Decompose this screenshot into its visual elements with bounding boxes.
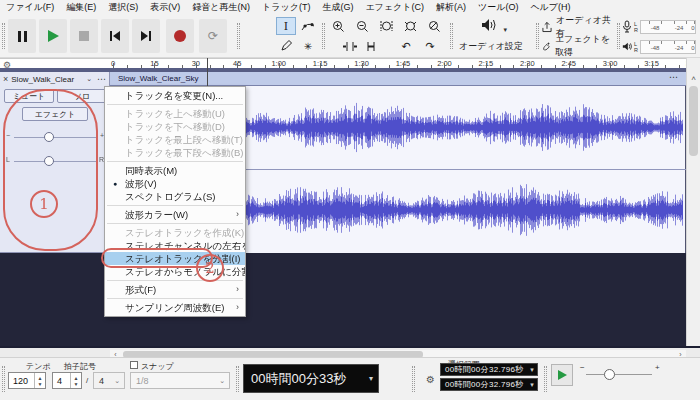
zoom-fit-project-button[interactable] bbox=[400, 17, 420, 35]
zoom-in-icon bbox=[332, 20, 345, 33]
menubar-item[interactable]: 生成(G) bbox=[316, 0, 359, 15]
pause-button[interactable] bbox=[8, 19, 36, 53]
snap-checkbox[interactable] bbox=[130, 361, 138, 369]
loop-button[interactable]: ⟳ bbox=[199, 19, 227, 53]
stop-button[interactable] bbox=[70, 19, 98, 53]
submenu-arrow-icon: › bbox=[236, 283, 239, 296]
annotation-step-1: 1 bbox=[30, 190, 58, 218]
selection-start-display[interactable]: 00時間00分32.796秒 ▾ bbox=[440, 363, 538, 376]
zoom-toggle-button[interactable] bbox=[424, 17, 444, 35]
play-button[interactable] bbox=[39, 19, 67, 53]
bottom-toolbar: テンポ 拍子記号 120 ▲▼ 4 ▲▼ / 4 ⌄ スナップ 1/8 ⌄ 00… bbox=[0, 357, 700, 400]
radio-dot-icon: ● bbox=[113, 177, 117, 190]
playspeed-slider-knob[interactable] bbox=[604, 369, 615, 380]
collapse-track-icon[interactable]: ⌄ bbox=[84, 75, 94, 83]
get-effects-icon bbox=[542, 40, 551, 52]
speed-plus-label: + bbox=[655, 363, 660, 372]
zoom-in-button[interactable] bbox=[328, 17, 348, 35]
toolbar-grip[interactable] bbox=[237, 23, 240, 49]
scroll-up-icon[interactable]: ˄ bbox=[687, 72, 700, 85]
menubar-item[interactable]: エフェクト(C) bbox=[359, 0, 430, 15]
toolbar-grip[interactable] bbox=[2, 23, 5, 49]
context-menu-item[interactable]: ステレオトラックを作成(K) bbox=[105, 226, 245, 239]
context-menu-item[interactable]: サンプリング周波数(E)› bbox=[105, 301, 245, 314]
context-menu-item[interactable]: トラックを最下段へ移動(B) bbox=[105, 146, 245, 159]
menubar-item[interactable]: 録音と再生(N) bbox=[186, 0, 256, 15]
trim-audio-button[interactable] bbox=[340, 37, 360, 55]
snap-value-dropdown[interactable]: 1/8 ⌄ bbox=[130, 372, 230, 389]
context-menu-item[interactable]: トラック名を変更(N)... bbox=[105, 89, 245, 102]
silence-audio-button[interactable] bbox=[361, 37, 381, 55]
play-at-speed-button[interactable] bbox=[551, 364, 573, 386]
menubar-item[interactable]: ファイル(F) bbox=[0, 0, 60, 15]
draw-tool-button[interactable] bbox=[276, 37, 296, 55]
dropdown-caret-icon: ⌄ bbox=[219, 377, 229, 385]
submenu-arrow-icon: › bbox=[236, 301, 239, 314]
get-effects-button[interactable]: エフェクトを取得 bbox=[542, 37, 614, 55]
time-signature-upper-spinbox[interactable]: 4 ▲▼ bbox=[52, 372, 82, 389]
menubar-item[interactable]: 選択(S) bbox=[102, 0, 144, 15]
toolbar-grip[interactable] bbox=[617, 23, 620, 49]
track-name[interactable]: Slow_Walk_Clear bbox=[11, 75, 84, 84]
menubar-item[interactable]: ツール(O) bbox=[472, 0, 524, 15]
undo-button[interactable]: ↶ bbox=[396, 37, 416, 55]
selection-tool-button[interactable]: I bbox=[276, 17, 296, 35]
playspeed-slider[interactable] bbox=[586, 374, 652, 375]
toolbar-grip[interactable] bbox=[2, 366, 5, 392]
menu-separator bbox=[107, 161, 243, 162]
zoom-out-button[interactable] bbox=[352, 17, 372, 35]
spinner-arrows-icon[interactable]: ▲▼ bbox=[34, 373, 45, 388]
toolbar-grip[interactable] bbox=[536, 23, 539, 49]
menubar-item[interactable]: トラック(T) bbox=[256, 0, 316, 15]
toolbar-grip[interactable] bbox=[544, 366, 547, 392]
record-icon bbox=[174, 30, 186, 42]
context-menu-item[interactable]: スペクトログラム(S) bbox=[105, 190, 245, 203]
menubar-item[interactable]: ヘルプ(H) bbox=[524, 0, 576, 15]
vertical-scrollbar[interactable]: ˄ bbox=[686, 58, 700, 346]
menubar-item[interactable]: 解析(A) bbox=[430, 0, 472, 15]
dropdown-caret-icon: ▾ bbox=[369, 374, 378, 383]
dropdown-caret-icon: ⌄ bbox=[114, 377, 124, 385]
time-signature-divider: / bbox=[86, 376, 88, 385]
context-menu-item[interactable]: 波形カラー(W)› bbox=[105, 208, 245, 221]
spinner-arrows-icon[interactable]: ▲▼ bbox=[70, 373, 81, 388]
context-menu-item[interactable]: トラックを下へ移動(D) bbox=[105, 120, 245, 133]
clip-header[interactable]: Slow_Walk_Clear_Sky ⋯ bbox=[110, 72, 686, 86]
record-button[interactable] bbox=[166, 19, 194, 53]
toolbar-grip[interactable] bbox=[412, 366, 415, 392]
playback-meter[interactable]: LR -48 -24 0 bbox=[622, 37, 696, 56]
skip-to-start-button[interactable] bbox=[101, 19, 129, 53]
recording-meter[interactable]: LR -48 -24 0 bbox=[622, 17, 696, 36]
selection-end-display[interactable]: 00時間00分32.796秒 ▾ bbox=[440, 378, 538, 391]
envelope-tool-button[interactable] bbox=[298, 17, 318, 35]
zoom-selection-icon bbox=[380, 20, 393, 33]
dropdown-caret-icon: ▾ bbox=[503, 26, 507, 33]
toolbar-grip[interactable] bbox=[322, 23, 325, 49]
audio-setup-button[interactable]: ▾ オーディオ設定 bbox=[456, 18, 532, 55]
time-signature-lower-dropdown[interactable]: 4 ⌄ bbox=[93, 372, 125, 389]
selection-options-gear-icon[interactable]: ⚙ bbox=[426, 374, 435, 385]
dropdown-caret-icon: ▾ bbox=[530, 366, 537, 374]
track-menu-icon[interactable]: ⋯ bbox=[94, 74, 109, 84]
multi-tool-button[interactable]: ✳ bbox=[298, 37, 318, 55]
toolbar-grip[interactable] bbox=[450, 23, 453, 49]
context-menu-item[interactable]: トラックを最上段へ移動(T) bbox=[105, 133, 245, 146]
close-track-icon[interactable]: × bbox=[0, 74, 11, 84]
vertical-scroll-thumb[interactable] bbox=[689, 86, 698, 156]
menubar-item[interactable]: 編集(E) bbox=[60, 0, 102, 15]
clip-menu-icon[interactable]: ⋯ bbox=[669, 72, 678, 82]
context-menu-item[interactable]: 同時表示(M) bbox=[105, 164, 245, 177]
menu-separator bbox=[107, 298, 243, 299]
zoom-selection-button[interactable] bbox=[376, 17, 396, 35]
context-menu-item[interactable]: 波形(V)● bbox=[105, 177, 245, 190]
toolbar-grip[interactable] bbox=[236, 366, 239, 392]
context-menu-item[interactable]: トラックを上へ移動(U) bbox=[105, 107, 245, 120]
skip-to-end-button[interactable] bbox=[132, 19, 160, 53]
redo-button[interactable]: ↷ bbox=[420, 37, 440, 55]
recording-meter-bar: -48 -24 0 bbox=[640, 20, 696, 34]
menubar-item[interactable]: 表示(V) bbox=[144, 0, 186, 15]
meter-channel-labels: LR bbox=[634, 21, 638, 33]
context-menu-item[interactable]: 形式(F)› bbox=[105, 283, 245, 296]
audio-position-display[interactable]: 00時間00分33秒 ▾ bbox=[243, 364, 379, 393]
tempo-spinbox[interactable]: 120 ▲▼ bbox=[8, 372, 46, 389]
